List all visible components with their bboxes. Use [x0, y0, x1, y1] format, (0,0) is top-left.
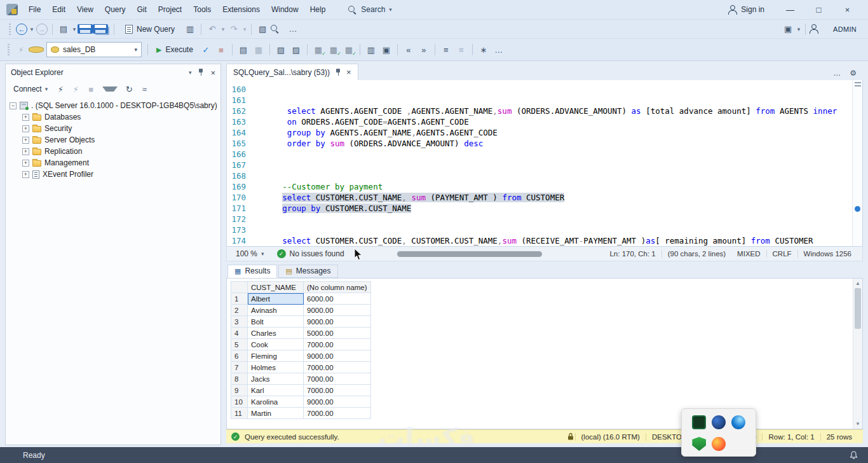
parse-icon[interactable]: ✓ — [198, 42, 214, 57]
oe-filter-icon[interactable] — [102, 86, 118, 92]
data-cell[interactable]: Charles — [248, 328, 304, 339]
row-number-cell[interactable]: 4 — [231, 328, 248, 339]
row-number-cell[interactable]: 2 — [231, 305, 248, 316]
results-to-grid-icon[interactable]: ▦✓ — [326, 42, 341, 57]
data-cell[interactable]: Martin — [248, 408, 304, 419]
data-cell[interactable]: 9000.00 — [304, 316, 371, 328]
bell-icon[interactable] — [850, 451, 858, 460]
data-cell[interactable]: 7000.00 — [304, 339, 371, 350]
splitter-grip-icon[interactable] — [855, 82, 861, 86]
database-dropdown[interactable]: sales_DB ▾ — [46, 42, 142, 57]
code-line[interactable]: 166 — [227, 149, 851, 160]
console-app-icon[interactable] — [692, 415, 706, 429]
tree-node-replication[interactable]: +Replication — [6, 146, 220, 157]
toolbar-overflow-icon[interactable]: … — [285, 22, 301, 37]
specify-values-icon[interactable]: ∗ — [476, 42, 491, 57]
live-query-stats-icon[interactable]: ▨ — [288, 42, 304, 57]
query-designer-icon[interactable]: ▣ — [379, 42, 394, 57]
code-line[interactable]: 168 — [227, 170, 851, 181]
menu-tools[interactable]: Tools — [187, 0, 217, 19]
row-number-cell[interactable]: 9 — [231, 385, 248, 396]
data-cell[interactable]: Avinash — [248, 305, 304, 316]
collapse-icon[interactable]: − — [10, 102, 17, 109]
column-header[interactable]: CUST_NAME — [248, 282, 304, 293]
tab-results[interactable]: ▦Results — [227, 265, 277, 278]
code-line[interactable]: 162 select AGENTS.AGENT_CODE ,AGENTS.AGE… — [227, 106, 851, 116]
code-line[interactable]: 169 --Customer by payment — [227, 181, 851, 192]
column-header[interactable]: (No column name) — [304, 282, 371, 293]
save-all-icon[interactable] — [93, 24, 108, 34]
data-cell[interactable]: Jacks — [248, 373, 304, 385]
expand-icon[interactable]: + — [22, 171, 29, 178]
row-number-cell[interactable]: 10 — [231, 396, 248, 408]
connect-dropdown[interactable]: Connect ▾ — [10, 83, 51, 95]
results-to-file-icon[interactable]: ▦✓ — [341, 42, 356, 57]
row-number-cell[interactable]: 5 — [231, 339, 248, 350]
minimize-button[interactable]: — — [776, 0, 804, 19]
forward-icon[interactable]: → — [36, 24, 48, 35]
data-cell[interactable]: Cook — [248, 339, 304, 350]
admin-button[interactable]: ADMIN — [827, 23, 863, 36]
code-line[interactable]: 172 — [227, 214, 851, 225]
undo-icon[interactable]: ↶ — [205, 22, 220, 37]
cancel-query-icon[interactable]: ■ — [214, 42, 229, 57]
user-profile-icon[interactable] — [809, 24, 824, 34]
row-number-cell[interactable]: 3 — [231, 316, 248, 328]
horizontal-scrollbar[interactable] — [397, 251, 542, 257]
expand-icon[interactable]: + — [22, 148, 29, 155]
menu-query[interactable]: Query — [99, 0, 132, 19]
row-number-cell[interactable]: 8 — [231, 373, 248, 385]
layers-dropdown-icon[interactable]: ▾ — [796, 22, 802, 37]
globe-app-icon[interactable] — [712, 415, 726, 429]
tree-node-databases[interactable]: +Databases — [6, 111, 220, 123]
row-number-cell[interactable]: 11 — [231, 408, 248, 419]
edge-app-icon[interactable] — [731, 415, 745, 429]
data-cell[interactable]: Karolina — [248, 396, 304, 408]
new-file-icon[interactable]: ▤ — [56, 22, 71, 37]
scroll-up-icon[interactable]: ▲ — [853, 280, 862, 286]
zoom-dropdown[interactable]: 100 % ▾ — [232, 248, 268, 259]
oe-activity-icon[interactable]: ≈ — [137, 81, 152, 97]
menu-help[interactable]: Help — [304, 0, 332, 19]
redo-dropdown-icon[interactable]: ▾ — [241, 22, 248, 37]
shield-app-icon[interactable] — [692, 437, 706, 451]
back-dropdown-icon[interactable]: ▾ — [29, 22, 35, 37]
tree-node-server-objects[interactable]: +Server Objects — [6, 134, 220, 146]
code-line[interactable]: 173 — [227, 225, 851, 235]
data-cell[interactable]: 7000.00 — [304, 362, 371, 373]
save-icon[interactable] — [78, 24, 93, 34]
menu-edit[interactable]: Edit — [46, 0, 71, 19]
code-line[interactable]: 171 group by CUSTOMER.CUST_NAME — [227, 203, 851, 214]
menu-extensions[interactable]: Extensions — [217, 0, 266, 19]
firefox-app-icon[interactable] — [712, 437, 726, 451]
tree-node-security[interactable]: +Security — [6, 123, 220, 134]
editor-tab[interactable]: SQLQuery_Sal...\sabry (53)) × — [226, 64, 358, 80]
oe-connect-icon[interactable]: ⚡ — [53, 81, 68, 97]
toolbar-grip[interactable] — [9, 24, 11, 35]
expand-icon[interactable]: + — [22, 160, 29, 167]
outdent-icon[interactable]: « — [401, 42, 416, 57]
data-cell[interactable]: 7000.00 — [304, 408, 371, 419]
code-line[interactable]: 170 select CUSTOMER.CUST_NAME, sum (PAYM… — [227, 192, 851, 203]
code-editor[interactable]: 160161162 select AGENTS.AGENT_CODE ,AGEN… — [226, 80, 863, 247]
code-line[interactable]: 174 select CUSTOMER.CUST_CODE, CUSTOMER.… — [227, 235, 851, 246]
change-connection-icon[interactable] — [29, 46, 44, 53]
code-line[interactable]: 161 — [227, 95, 851, 106]
sign-in-button[interactable]: Sign in — [728, 5, 764, 15]
redo-icon[interactable]: ↷ — [226, 22, 241, 37]
sqlcmd-mode-icon[interactable]: ▥ — [363, 42, 379, 57]
data-cell[interactable]: Bolt — [248, 316, 304, 328]
query-options-icon[interactable]: ▤ — [236, 42, 251, 57]
oe-refresh-icon[interactable]: ↻ — [121, 81, 137, 97]
scrollbar-thumb[interactable] — [855, 288, 861, 329]
new-query-button[interactable]: New Query — [120, 23, 180, 36]
code-line[interactable]: 164 group by AGENTS.AGENT_NAME,AGENTS.AG… — [227, 127, 851, 138]
maximize-button[interactable]: □ — [804, 0, 833, 19]
results-vertical-scrollbar[interactable]: ▲ ▼ — [853, 279, 862, 429]
estimated-plan-icon[interactable]: ▧ — [273, 42, 288, 57]
menu-git[interactable]: Git — [132, 0, 153, 19]
code-line[interactable]: 167 — [227, 160, 851, 170]
comment-icon[interactable]: ≡ — [438, 42, 454, 57]
data-cell[interactable]: 5000.00 — [304, 328, 371, 339]
data-cell[interactable]: 9000.00 — [304, 305, 371, 316]
